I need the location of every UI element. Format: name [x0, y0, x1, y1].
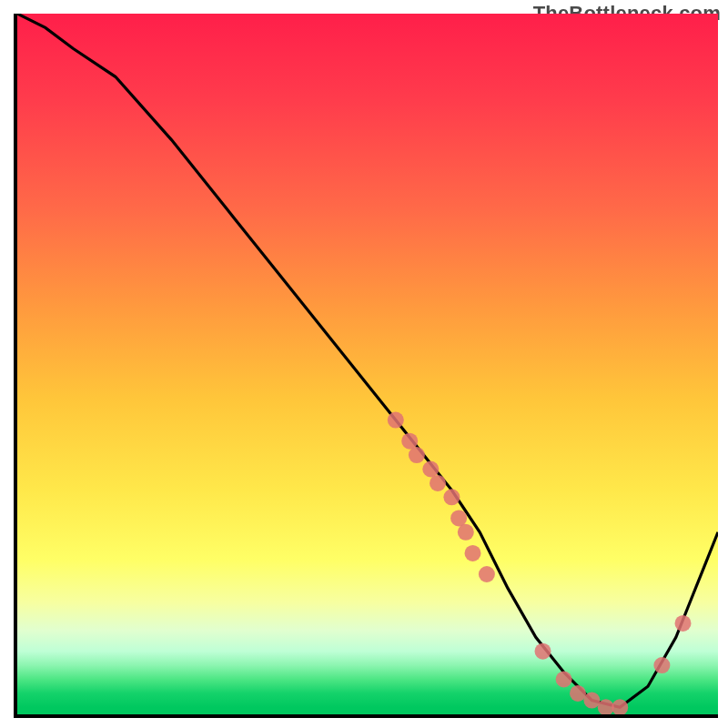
- curve-markers: [388, 412, 692, 714]
- curve-overlay: [17, 14, 718, 714]
- curve-marker: [450, 510, 467, 526]
- curve-marker: [556, 672, 572, 688]
- curve-marker: [535, 643, 551, 660]
- curve-marker: [458, 524, 474, 541]
- curve-marker: [409, 447, 425, 463]
- curve-marker: [465, 545, 481, 561]
- curve-marker: [653, 657, 670, 673]
- chart-container: TheBottleneck.com: [0, 0, 728, 728]
- curve-marker: [675, 615, 692, 632]
- curve-marker: [570, 685, 586, 702]
- curve-marker: [388, 412, 404, 429]
- bottleneck-curve: [17, 14, 718, 707]
- curve-marker: [401, 433, 418, 450]
- curve-marker: [422, 461, 439, 478]
- curve-marker: [443, 489, 460, 505]
- curve-marker: [479, 566, 495, 582]
- curve-marker: [430, 475, 446, 491]
- plot-area: [14, 14, 718, 718]
- curve-marker: [583, 693, 600, 709]
